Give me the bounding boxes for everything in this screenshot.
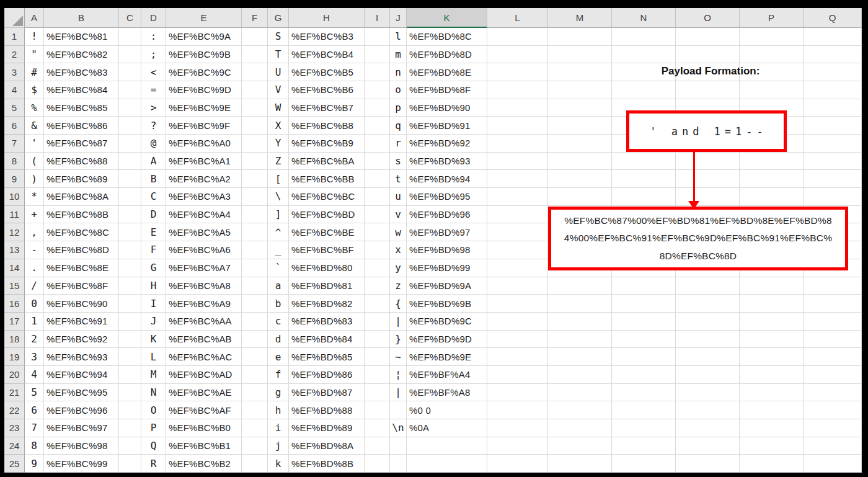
cell-A22[interactable]: 6	[25, 401, 44, 419]
cell-O4[interactable]	[676, 81, 740, 99]
cell-N21[interactable]	[612, 384, 676, 402]
cell-I17[interactable]	[365, 313, 390, 331]
cell-G17[interactable]: c	[268, 313, 289, 331]
cell-M5[interactable]	[548, 99, 612, 117]
cell-B9[interactable]: %EF%BC%89	[44, 170, 119, 188]
cell-Q23[interactable]	[804, 419, 862, 437]
cell-B8[interactable]: %EF%BC%88	[44, 153, 119, 171]
cell-C18[interactable]	[119, 331, 141, 349]
cell-N18[interactable]	[612, 331, 676, 349]
cell-I22[interactable]	[365, 401, 390, 419]
cell-L14[interactable]	[487, 259, 548, 277]
row-header-21[interactable]: 21	[4, 384, 25, 402]
column-header-N[interactable]: N	[612, 8, 676, 28]
cell-A14[interactable]: .	[25, 259, 44, 277]
cell-M1[interactable]	[548, 28, 612, 46]
cell-H9[interactable]: %EF%BC%BB	[289, 170, 365, 188]
column-header-J[interactable]: J	[390, 8, 407, 28]
cell-K3[interactable]: %EF%BD%8E	[407, 63, 487, 81]
cell-M2[interactable]	[548, 46, 612, 64]
cell-A12[interactable]: ,	[25, 223, 44, 241]
cell-L7[interactable]	[487, 135, 548, 153]
cell-C20[interactable]	[119, 366, 141, 384]
row-header-2[interactable]: 2	[4, 46, 25, 64]
cell-C15[interactable]	[119, 277, 141, 295]
cell-P18[interactable]	[740, 331, 804, 349]
cell-O2[interactable]	[676, 46, 740, 64]
cell-L23[interactable]	[487, 419, 548, 437]
cell-H2[interactable]: %EF%BC%B4	[289, 46, 365, 64]
cell-M15[interactable]	[548, 277, 612, 295]
cell-B23[interactable]: %EF%BC%97	[44, 419, 119, 437]
cell-E11[interactable]: %EF%BC%A4	[166, 206, 242, 224]
cell-F16[interactable]	[242, 295, 268, 313]
cell-D3[interactable]: <	[141, 63, 166, 81]
column-header-I[interactable]: I	[365, 8, 390, 28]
cell-Q4[interactable]	[804, 81, 862, 99]
cell-Q16[interactable]	[804, 295, 862, 313]
cell-H8[interactable]: %EF%BC%BA	[289, 153, 365, 171]
cell-Q1[interactable]	[804, 28, 862, 46]
cell-E7[interactable]: %EF%BC%A0	[166, 135, 242, 153]
cell-A24[interactable]: 8	[25, 437, 44, 455]
cell-P17[interactable]	[740, 313, 804, 331]
cell-J9[interactable]: t	[390, 170, 407, 188]
cell-C5[interactable]	[119, 99, 141, 117]
cell-P2[interactable]	[740, 46, 804, 64]
row-header-16[interactable]: 16	[4, 295, 25, 313]
cell-D18[interactable]: K	[141, 331, 166, 349]
column-header-F[interactable]: F	[242, 8, 268, 28]
cell-I7[interactable]	[365, 135, 390, 153]
cell-O19[interactable]	[676, 348, 740, 366]
cell-L13[interactable]	[487, 241, 548, 259]
cell-O17[interactable]	[676, 313, 740, 331]
cell-C13[interactable]	[119, 241, 141, 259]
cell-E25[interactable]: %EF%BC%B2	[166, 455, 242, 473]
cell-M16[interactable]	[548, 295, 612, 313]
cell-C12[interactable]	[119, 223, 141, 241]
row-header-7[interactable]: 7	[4, 135, 25, 153]
cell-H6[interactable]: %EF%BC%B8	[289, 117, 365, 135]
cell-L25[interactable]	[487, 455, 548, 473]
cell-F4[interactable]	[242, 81, 268, 99]
cell-H13[interactable]: %EF%BC%BF	[289, 241, 365, 259]
cell-D4[interactable]: =	[141, 81, 166, 99]
cell-I4[interactable]	[365, 81, 390, 99]
cell-M17[interactable]	[548, 313, 612, 331]
cell-D22[interactable]: O	[141, 401, 166, 419]
cell-L22[interactable]	[487, 401, 548, 419]
cell-N19[interactable]	[612, 348, 676, 366]
cell-P22[interactable]	[740, 401, 804, 419]
column-header-A[interactable]: A	[25, 8, 44, 28]
cell-L24[interactable]	[487, 437, 548, 455]
column-header-O[interactable]: O	[676, 8, 740, 28]
cell-B10[interactable]: %EF%BC%8A	[44, 188, 119, 206]
cell-D16[interactable]: I	[141, 295, 166, 313]
cell-P25[interactable]	[740, 455, 804, 473]
row-header-12[interactable]: 12	[4, 223, 25, 241]
cell-H7[interactable]: %EF%BC%B9	[289, 135, 365, 153]
cell-B11[interactable]: %EF%BC%8B	[44, 206, 119, 224]
cell-D2[interactable]: ;	[141, 46, 166, 64]
cell-L18[interactable]	[487, 331, 548, 349]
cell-C24[interactable]	[119, 437, 141, 455]
cell-G20[interactable]: f	[268, 366, 289, 384]
cell-B15[interactable]: %EF%BC%8F	[44, 277, 119, 295]
cell-D13[interactable]: F	[141, 241, 166, 259]
cell-L1[interactable]	[487, 28, 548, 46]
row-header-9[interactable]: 9	[4, 170, 25, 188]
cell-O8[interactable]	[676, 153, 740, 171]
cell-I24[interactable]	[365, 437, 390, 455]
cell-A10[interactable]: *	[25, 188, 44, 206]
cell-B25[interactable]: %EF%BC%99	[44, 455, 119, 473]
cell-I13[interactable]	[365, 241, 390, 259]
cell-P1[interactable]	[740, 28, 804, 46]
cell-L11[interactable]	[487, 206, 548, 224]
cell-G5[interactable]: W	[268, 99, 289, 117]
row-header-22[interactable]: 22	[4, 401, 25, 419]
cell-G3[interactable]: U	[268, 63, 289, 81]
column-header-Q[interactable]: Q	[804, 8, 862, 28]
row-header-15[interactable]: 15	[4, 277, 25, 295]
cell-N15[interactable]	[612, 277, 676, 295]
cell-F23[interactable]	[242, 419, 268, 437]
